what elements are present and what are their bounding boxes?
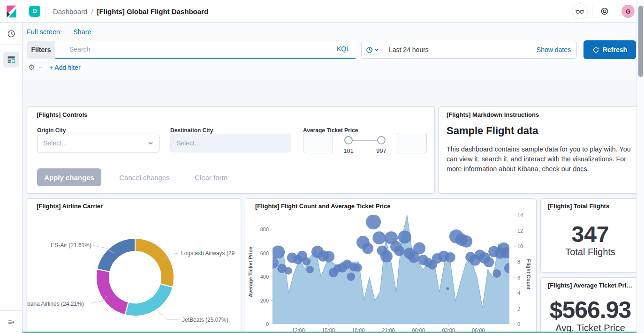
filter-bar-dash: – [38,64,42,71]
donut-slice-es-air[interactable] [97,238,135,272]
filter-bar: ⚙ – + Add filter [28,64,81,71]
price-bubble[interactable] [445,252,455,263]
donut-label-es-air: ES-Air (21.61%) [49,242,91,249]
header-divider [617,5,617,17]
price-bubble[interactable] [354,263,362,272]
destination-city-placeholder: Select... [176,139,200,147]
donut-slice-logstash-airways[interactable] [135,238,174,287]
right-y-tick-label: 8 [517,259,520,265]
price-bubble[interactable] [446,287,449,290]
price-slider-min-handle[interactable] [344,136,353,144]
origin-city-select[interactable]: Select... [37,134,159,152]
help-life-ring-icon [600,7,609,16]
kibana-dashboard-app: D Dashboard / [Flights] Global Flight Da… [0,0,644,333]
price-slider-max-value: 997 [372,147,391,154]
time-range-value[interactable]: Last 24 hours [383,46,537,53]
price-bubble[interactable] [366,214,381,229]
destination-city-select[interactable]: Select... [170,134,291,152]
filters-menu-button[interactable]: Filters [27,41,55,59]
left-y-tick-label: 600 [260,250,269,256]
user-avatar[interactable]: G [621,5,635,18]
vertical-scrollbar[interactable] [636,0,644,333]
price-bubble[interactable] [460,235,472,248]
right-y-tick-label: 10 [517,243,523,249]
price-bubble[interactable] [362,242,373,254]
panel-title: [Flights] Airline Carrier [37,203,103,210]
panel-flight-count-chart: [Flights] Flight Count and Average Ticke… [245,198,537,333]
price-bubble[interactable] [380,250,393,263]
time-quick-select-button[interactable] [362,41,383,58]
panel-title: [Flights] Controls [37,111,87,118]
refresh-button[interactable]: Refresh [583,40,636,59]
price-min-input[interactable] [303,133,333,153]
kql-syntax-button[interactable]: KQL [337,45,350,53]
apply-changes-button[interactable]: Apply changes [37,168,101,186]
share-link[interactable]: Share [73,28,91,36]
kibana-logo-icon [5,5,18,18]
right-y-tick-label: 2 [517,306,520,311]
left-y-tick-label: 400 [260,274,269,280]
glasses-icon [575,7,584,16]
markdown-body: This dashboard contains sample data for … [447,144,631,174]
price-max-input[interactable] [397,133,427,153]
right-axis-title: Flight Count [526,242,531,307]
kibana-logo[interactable] [0,0,23,23]
space-badge[interactable]: D [29,6,40,17]
donut-callout-line [157,310,180,319]
show-dates-button[interactable]: Show dates [537,46,576,53]
price-bubble[interactable] [347,272,355,281]
recently-viewed-button[interactable] [0,23,23,45]
markdown-text: This dashboard contains sample data for … [447,145,631,173]
cancel-changes-button[interactable]: Cancel changes [116,168,173,186]
price-bubble[interactable] [492,269,501,278]
price-slider-max-handle[interactable] [377,136,386,144]
panel-total-flights: [Flights] Total Flights 347 Total Flight… [540,198,640,272]
price-bubble[interactable] [285,267,292,274]
left-sidebar [0,23,23,333]
price-bubble[interactable] [504,263,515,273]
breadcrumb: Dashboard / [Flights] Global Flight Dash… [53,0,208,23]
panel-title: [Flights] Average Ticket Pri… [548,282,635,289]
flight-count-chart[interactable]: 12:0015:0018:0021:0000:0003:0006:0002004… [245,199,537,333]
price-bubble[interactable] [484,257,494,267]
price-range-slider[interactable] [349,140,381,141]
right-y-tick-label: 12 [517,228,523,234]
full-screen-link[interactable]: Full screen [27,28,60,36]
collapse-nav-button[interactable] [0,310,23,333]
price-bubble[interactable] [501,247,512,258]
gear-icon[interactable]: ⚙ [28,64,35,71]
dashboard-canvas: [Flights] Controls Origin City Select...… [23,80,644,333]
clock-icon [7,30,15,38]
donut-label-logstash: Logstash Airways (29 [181,250,235,257]
chevron-down-icon [148,140,153,146]
price-bubble[interactable] [413,242,425,254]
add-filter-link[interactable]: + Add filter [49,64,81,71]
avg-ticket-price-value: $566.93 [541,296,640,324]
clear-form-button[interactable]: Clear form [192,168,230,186]
price-bubble[interactable] [306,266,314,273]
price-bubble[interactable] [272,246,285,259]
price-bubble[interactable] [394,246,404,256]
price-bubble[interactable] [372,231,386,244]
origin-city-label: Origin City [37,127,66,134]
panel-controls: [Flights] Controls Origin City Select...… [27,106,435,194]
left-y-tick-label: 200 [260,298,269,303]
donut-label-jetbeats: JetBeats (25.07%) [182,317,228,323]
sidebar-item-dashboard[interactable] [3,52,19,68]
vertical-scrollbar-thumb[interactable] [638,6,643,77]
search-input[interactable] [55,41,356,58]
price-bubble[interactable] [323,251,334,262]
help-button[interactable] [597,3,613,19]
breadcrumb-dashboard[interactable]: Dashboard [53,8,87,15]
left-axis-title: Average Ticket Price [248,237,253,307]
donut-slice-jetbeats[interactable] [125,284,173,316]
donut-slice-kibana-airlines[interactable] [96,269,129,315]
inspect-glasses-button[interactable] [572,3,588,19]
refresh-label: Refresh [603,46,627,53]
docs-link[interactable]: docs [573,165,587,173]
price-bubble[interactable] [302,257,311,265]
header-divider [592,5,592,17]
price-bubble[interactable] [398,230,411,243]
airline-donut-chart[interactable] [27,199,241,333]
total-flights-label: Total Flights [541,247,640,257]
